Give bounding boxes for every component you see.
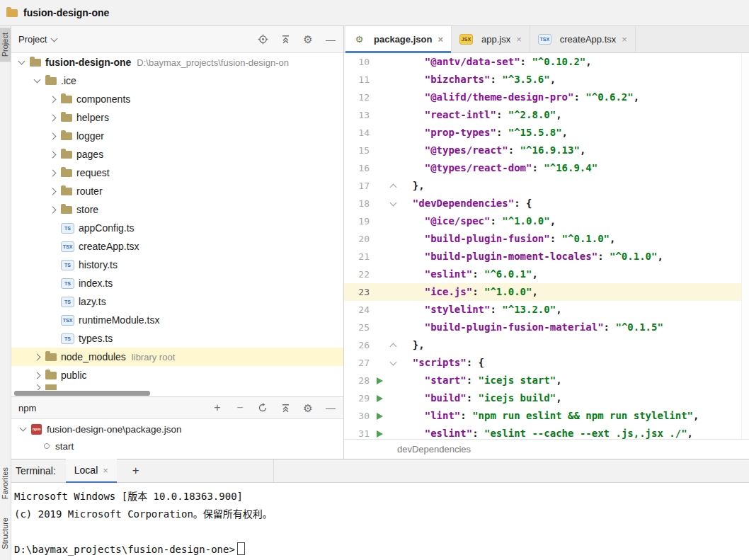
editor-tab-package-json[interactable]: ⚙package.json× bbox=[345, 26, 452, 52]
code-line-12[interactable]: 12 "@alifd/theme-design-pro": "^0.6.2", bbox=[344, 88, 749, 106]
chevron-right-icon[interactable] bbox=[31, 355, 42, 360]
chevron-right-icon[interactable] bbox=[47, 97, 58, 102]
code-line-11[interactable]: 11 "bizcharts": "^3.5.6", bbox=[344, 71, 749, 88]
tree-item-cropped[interactable] bbox=[11, 384, 343, 390]
horizontal-scrollbar-thumb[interactable] bbox=[14, 391, 150, 396]
hide-icon[interactable]: — bbox=[325, 34, 336, 45]
chevron-right-icon[interactable] bbox=[47, 152, 58, 157]
tree-item-store[interactable]: store bbox=[11, 200, 343, 219]
folder-icon bbox=[61, 96, 72, 103]
collapse-all-icon[interactable] bbox=[280, 34, 291, 45]
chevron-right-icon[interactable] bbox=[47, 189, 58, 194]
npm-script-start[interactable]: start bbox=[11, 438, 343, 455]
tool-stripe-button-structure[interactable]: Structure bbox=[0, 513, 11, 554]
code-line-26[interactable]: 26 }, bbox=[344, 336, 749, 354]
code-line-15[interactable]: 15 "@types/react": "^16.9.13", bbox=[344, 142, 749, 159]
tree-item-logger[interactable]: logger bbox=[11, 127, 343, 145]
run-script-gutter[interactable] bbox=[371, 430, 388, 438]
tree-item-label: request bbox=[76, 167, 110, 178]
code-line-29[interactable]: 29 "build": "icejs build", bbox=[344, 389, 749, 407]
editor-tab-createapp-tsx[interactable]: TSXcreateApp.tsx× bbox=[530, 26, 636, 52]
tree-item-pages[interactable]: pages bbox=[11, 145, 343, 164]
npm-package-row[interactable]: npm fusion-design-one\package.json bbox=[11, 421, 343, 438]
terminal-output[interactable]: Microsoft Windows [版本 10.0.18363.900](c)… bbox=[11, 483, 749, 560]
close-icon[interactable]: × bbox=[438, 34, 443, 45]
tree-item-types-ts[interactable]: TStypes.ts bbox=[11, 329, 343, 348]
code-line-13[interactable]: 13 "react-intl": "^2.8.0", bbox=[344, 106, 749, 124]
fold-marker-icon[interactable] bbox=[388, 202, 398, 205]
tree-item-history-ts[interactable]: TShistory.ts bbox=[11, 256, 343, 274]
code-line-19[interactable]: 19 "@ice/spec": "^1.0.0", bbox=[344, 212, 749, 230]
chevron-right-icon[interactable] bbox=[31, 373, 42, 378]
code-line-30[interactable]: 30 "lint": "npm run eslint && npm run st… bbox=[344, 407, 749, 425]
tree-item-lazy-ts[interactable]: TSlazy.ts bbox=[11, 292, 343, 311]
tree-item-fusion-design-one[interactable]: fusion-design-oneD:\baymax_projects\fusi… bbox=[11, 53, 343, 72]
tree-item-createapp-tsx[interactable]: TSXcreateApp.tsx bbox=[11, 237, 343, 256]
run-script-icon[interactable] bbox=[377, 377, 383, 384]
chevron-down-icon[interactable] bbox=[19, 425, 26, 432]
chevron-right-icon[interactable] bbox=[47, 171, 58, 176]
settings-icon[interactable]: ⚙ bbox=[302, 34, 314, 45]
locate-icon[interactable] bbox=[257, 34, 268, 45]
tree-item-appconfig-ts[interactable]: TSappConfig.ts bbox=[11, 219, 343, 237]
tree-item-node-modules[interactable]: node_moduleslibrary root bbox=[11, 348, 343, 366]
hide-icon[interactable]: — bbox=[325, 402, 336, 413]
run-script-icon[interactable] bbox=[377, 395, 383, 402]
chevron-right-icon[interactable] bbox=[47, 134, 58, 139]
code-line-22[interactable]: 22 "eslint": "^6.0.1", bbox=[344, 265, 749, 283]
code-line-18[interactable]: 18 "devDependencies": { bbox=[344, 195, 749, 212]
tree-item-router[interactable]: router bbox=[11, 182, 343, 200]
code-line-21[interactable]: 21 "build-plugin-moment-locales": "^0.1.… bbox=[344, 248, 749, 265]
tree-item-runtimemodule-tsx[interactable]: TSXruntimeModule.tsx bbox=[11, 311, 343, 329]
code-line-23[interactable]: 23 "ice.js": "^1.0.0", bbox=[344, 283, 749, 301]
close-icon[interactable]: × bbox=[622, 34, 627, 45]
code-line-10[interactable]: 10 "@antv/data-set": "^0.10.2", bbox=[344, 53, 749, 71]
code-content: "build": "icejs build", bbox=[398, 389, 562, 407]
chevron-right-icon[interactable] bbox=[31, 385, 42, 390]
code-line-27[interactable]: 27 "scripts": { bbox=[344, 354, 749, 372]
tree-item-index-ts[interactable]: TSindex.ts bbox=[11, 274, 343, 292]
code-line-14[interactable]: 14 "prop-types": "^15.5.8", bbox=[344, 124, 749, 142]
code-line-31[interactable]: 31 "eslint": "eslint --cache --ext .js,.… bbox=[344, 425, 749, 439]
tree-item-helpers[interactable]: helpers bbox=[11, 108, 343, 127]
settings-icon[interactable]: ⚙ bbox=[302, 402, 314, 413]
run-script-gutter[interactable] bbox=[371, 413, 388, 420]
code-line-20[interactable]: 20 "build-plugin-fusion": "^0.1.0", bbox=[344, 230, 749, 248]
breadcrumb-item[interactable]: devDependencies bbox=[397, 444, 471, 455]
chevron-right-icon[interactable] bbox=[47, 115, 58, 120]
chevron-down-icon[interactable] bbox=[16, 61, 27, 64]
fold-marker-icon[interactable] bbox=[388, 362, 398, 365]
code-line-24[interactable]: 24 "stylelint": "^13.2.0", bbox=[344, 301, 749, 319]
tree-item-public[interactable]: public bbox=[11, 366, 343, 384]
new-terminal-button[interactable]: + bbox=[128, 464, 144, 478]
code-line-28[interactable]: 28 "start": "icejs start", bbox=[344, 372, 749, 389]
fold-marker-icon[interactable] bbox=[388, 182, 398, 190]
tool-stripe-button-favorites[interactable]: Favorites bbox=[0, 462, 11, 504]
code-content: "devDependencies": { bbox=[398, 195, 532, 212]
remove-icon[interactable]: − bbox=[234, 402, 246, 413]
run-script-icon[interactable] bbox=[377, 430, 383, 438]
run-script-gutter[interactable] bbox=[371, 377, 388, 384]
fold-marker-icon[interactable] bbox=[388, 341, 398, 349]
close-icon[interactable]: × bbox=[103, 465, 108, 476]
run-script-gutter[interactable] bbox=[371, 395, 388, 402]
code-line-17[interactable]: 17 }, bbox=[344, 177, 749, 195]
code-line-25[interactable]: 25 "build-plugin-fusion-material": "^0.1… bbox=[344, 319, 749, 336]
terminal-tab-local[interactable]: Local × bbox=[66, 459, 117, 483]
refresh-icon[interactable] bbox=[257, 402, 268, 413]
run-script-icon[interactable] bbox=[377, 413, 383, 420]
chevron-right-icon[interactable] bbox=[47, 207, 58, 212]
add-icon[interactable]: + bbox=[212, 402, 223, 413]
vertical-scrollbar[interactable] bbox=[741, 53, 749, 439]
close-icon[interactable]: × bbox=[516, 34, 522, 45]
chevron-down-icon[interactable] bbox=[31, 79, 42, 82]
tree-item-request[interactable]: request bbox=[11, 164, 343, 182]
collapse-all-icon[interactable] bbox=[280, 402, 291, 413]
tree-item-components[interactable]: components bbox=[11, 90, 343, 108]
tree-item--ice[interactable]: .ice bbox=[11, 72, 343, 90]
code-editor[interactable]: 10 "@antv/data-set": "^0.10.2",11 "bizch… bbox=[344, 53, 749, 439]
code-line-16[interactable]: 16 "@types/react-dom": "^16.9.4" bbox=[344, 159, 749, 177]
project-view-selector[interactable]: Project bbox=[18, 34, 57, 45]
tool-stripe-button-project[interactable]: Project bbox=[0, 28, 11, 62]
editor-tab-app-jsx[interactable]: JSXapp.jsx× bbox=[452, 26, 530, 52]
